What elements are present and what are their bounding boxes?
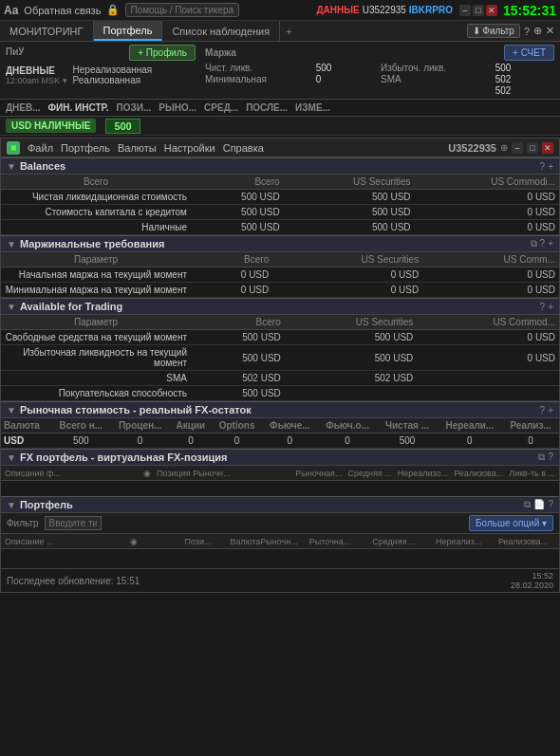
min-value: 0 xyxy=(316,74,375,84)
fx-portfolio-info-icon[interactable]: ? xyxy=(548,452,553,463)
menu-settings[interactable]: Настройки xyxy=(164,142,215,154)
available-info-icon[interactable]: ? xyxy=(540,302,546,312)
fx-row1-currency: USD xyxy=(1,433,51,449)
table-row: Свободные средства на текущий момент 500… xyxy=(1,330,559,345)
fx-col-total: Всего н... xyxy=(51,418,110,433)
fx-market-info-icon[interactable]: ? xyxy=(540,405,546,415)
excess-label: Избыточ. ликв. xyxy=(381,63,490,73)
menu-help[interactable]: Справка xyxy=(223,142,264,154)
fx-market-arrow-icon[interactable]: ▼ xyxy=(7,405,16,415)
portfolio-sec-header: ▼ Портфель ⧉ 📄 ? xyxy=(1,496,559,513)
filter-input[interactable] xyxy=(45,516,102,530)
table-row: Чистая ликвидационная стоимость 500 USD … xyxy=(1,190,559,205)
pcol-4: ВалютаРыночн... xyxy=(230,537,297,546)
tab-add-btn[interactable]: + xyxy=(280,23,297,40)
help-icon[interactable]: ? xyxy=(524,26,530,37)
fx-portfolio-arrow-icon[interactable]: ▼ xyxy=(7,452,16,463)
fx-market-header: ▼ Рыночная стоимость - реальный FX-остат… xyxy=(1,401,559,418)
available-title: Available for Trading xyxy=(20,301,536,312)
w2-minimize-btn[interactable]: – xyxy=(512,142,523,154)
avail-row1-label: Свободные средства на текущий момент xyxy=(1,330,191,345)
sub-ryno[interactable]: РЫНО... xyxy=(159,102,196,113)
portfolio-sec-icons: ⧉ 📄 ? xyxy=(524,499,553,510)
schet-btn[interactable]: + СЧЕТ xyxy=(504,45,554,61)
maximize-btn[interactable]: □ xyxy=(473,5,484,16)
avail-row1-total: 500 USD xyxy=(191,330,285,345)
fx-market-add-icon[interactable]: + xyxy=(548,405,553,415)
balances-add-icon[interactable]: + xyxy=(548,161,553,172)
tab-watchlist[interactable]: Список наблюдения xyxy=(162,21,280,41)
bal-row3-us-sec: 500 USD xyxy=(284,220,415,235)
menu-currencies[interactable]: Валюты xyxy=(118,142,157,154)
realized-label: Реализованная xyxy=(73,75,153,85)
avail-row4-label: Покупательская способность xyxy=(1,386,191,401)
avail-col-us-com: US Commod... xyxy=(417,315,559,330)
clock-time: 15:52:31 xyxy=(503,3,556,18)
feedback-link[interactable]: Обратная связь xyxy=(24,5,101,16)
pcol-5: Рыточна... xyxy=(298,537,363,546)
available-add-icon[interactable]: + xyxy=(548,302,553,312)
margin-info-icon[interactable]: ? xyxy=(540,238,546,249)
lock-icon[interactable]: 🔒 xyxy=(106,4,120,16)
sub-fin-instr[interactable]: ФИН. ИНСТР. xyxy=(48,102,109,113)
sub-dnev[interactable]: ДНЕВ... xyxy=(6,102,41,113)
portfolio-sec-info-icon[interactable]: ? xyxy=(548,499,553,510)
margin-row1-total: 0 USD xyxy=(191,267,272,283)
fx-row1-total: 500 xyxy=(51,433,110,449)
fx-row1-realized: 0 xyxy=(502,433,559,449)
sub-posle[interactable]: ПОСЛЕ... xyxy=(246,102,288,113)
net-liq-label: Чист. ликв. xyxy=(205,63,310,73)
fx-row1-stocks: 0 xyxy=(170,433,212,449)
margin-arrow-icon[interactable]: ▼ xyxy=(7,239,16,249)
avail-row3-label: SMA xyxy=(1,371,191,386)
fx-portfolio-columns: Описание ф... ◉ Позиция Рыночн... Рыночн… xyxy=(1,466,559,481)
margin-row2-label: Минимальная маржа на текущий момент xyxy=(1,283,191,298)
margin-col-us-com: US Comm... xyxy=(422,252,559,267)
filter-btn[interactable]: ⬇ Фильтр xyxy=(467,24,520,38)
fx-row1-percent: 0 xyxy=(111,433,170,449)
w2-close-btn[interactable]: ✕ xyxy=(542,142,553,154)
sub-sred[interactable]: СРЕД... xyxy=(204,102,238,113)
search-input[interactable] xyxy=(125,3,239,17)
bottom-status: Последнее обновление: 15:51 15:52 28.02.… xyxy=(1,568,559,592)
w2-maximize-btn[interactable]: □ xyxy=(527,142,538,154)
table-row: Минимальная маржа на текущий момент 0 US… xyxy=(1,283,559,298)
more-options-btn[interactable]: Больше опций ▾ xyxy=(469,515,553,531)
fx-col-fut-opt: Фьюч.о... xyxy=(318,418,378,433)
tab-portfolio[interactable]: Портфель xyxy=(94,21,163,41)
menu-portfolio[interactable]: Портфель xyxy=(61,142,110,154)
portfolio-sec-copy-icon[interactable]: ⧉ xyxy=(524,499,531,510)
minimize-btn[interactable]: – xyxy=(459,5,471,16)
portfolio-sec-file-icon[interactable]: 📄 xyxy=(533,499,545,510)
balances-info-icon[interactable]: ? xyxy=(540,161,546,172)
margin-add-icon[interactable]: + xyxy=(548,238,553,249)
table-row: SMA 502 USD 502 USD xyxy=(1,371,559,386)
close-btn[interactable]: ✕ xyxy=(486,5,497,16)
balances-arrow-icon[interactable]: ▼ xyxy=(7,161,16,172)
close-tab-icon[interactable]: ✕ xyxy=(546,25,554,37)
sub-pozi[interactable]: ПОЗИ... xyxy=(117,102,152,113)
fx-row1-futures: 0 xyxy=(262,433,318,449)
fxp-col-4: Рыночная... xyxy=(295,469,342,478)
portfolio-sec-arrow-icon[interactable]: ▼ xyxy=(7,500,16,510)
user-id: U3522935 xyxy=(363,5,406,15)
avail-row4-total: 500 USD xyxy=(191,386,285,401)
menu-file[interactable]: Файл xyxy=(28,142,53,154)
fx-portfolio-copy-icon[interactable]: ⧉ xyxy=(538,452,545,463)
margin-copy-icon[interactable]: ⧉ xyxy=(531,238,537,249)
window-help-icon[interactable]: ⊕ xyxy=(500,142,508,153)
fx-col-options: Options xyxy=(212,418,262,433)
available-header: ▼ Available for Trading ? + xyxy=(1,298,559,315)
font-label[interactable]: Aa xyxy=(4,4,18,17)
bal-row1-label: Чистая ликвидационная стоимость xyxy=(1,190,191,205)
bal-row1-us-sec: 500 USD xyxy=(284,190,415,205)
avail-row2-total: 500 USD xyxy=(191,345,285,371)
tab-monitoring[interactable]: МОНИТОРИНГ xyxy=(0,21,94,41)
available-arrow-icon[interactable]: ▼ xyxy=(7,302,16,312)
bal-row2-label: Стоимость капитала с кредитом xyxy=(1,205,191,220)
profile-btn[interactable]: + Профиль xyxy=(129,45,196,61)
sub-izme[interactable]: ИЗМЕ... xyxy=(295,102,330,113)
link-icon[interactable]: ⊕ xyxy=(533,25,542,37)
daily-time[interactable]: 12:00am MSK ▾ xyxy=(6,76,67,85)
table-row: Покупательская способность 500 USD xyxy=(1,386,559,401)
